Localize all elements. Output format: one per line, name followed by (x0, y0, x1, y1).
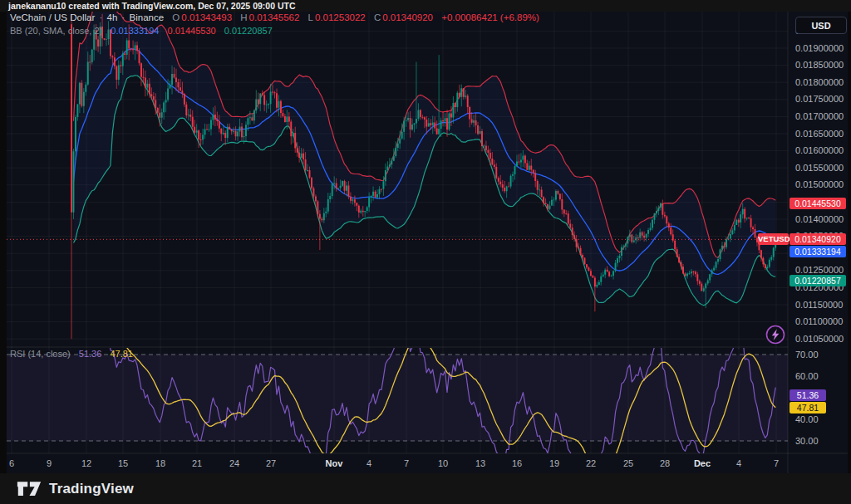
bb-basis-value: 0.01333194 (111, 26, 159, 36)
time-tick-label: 22 (586, 458, 596, 468)
interval-label[interactable]: 4h (107, 12, 118, 22)
rsi-tick-label: 70.00 (795, 350, 819, 360)
open-label: O (172, 12, 180, 22)
rsi-ma-value-badge: 47.81 (790, 402, 826, 413)
time-tick-label: Nov (326, 458, 344, 468)
attribution-bar: janekananu10 created with TradingView.co… (0, 0, 851, 12)
price-tick-label: 0.01050000 (795, 334, 844, 344)
time-tick-label: 15 (118, 458, 128, 468)
price-tick-label: 0.01600000 (795, 145, 844, 155)
price-tick-label: 0.01500000 (795, 179, 844, 189)
symbol-legend[interactable]: VeChain / US Dollar · 4h · Binance O0.01… (10, 12, 541, 22)
currency-toggle-button[interactable]: USD (795, 17, 847, 34)
change-value: +0.00086421 (+6.89%) (441, 12, 539, 22)
price-tick-label: 0.01150000 (795, 300, 843, 310)
attribution-text: janekananu10 created with TradingView.co… (8, 1, 295, 11)
legend-separator: · (122, 12, 125, 22)
time-tick-label: 24 (229, 458, 239, 468)
symbol-ticker-badge: VETUSD (758, 233, 789, 245)
price-tick-label: 0.01800000 (795, 77, 844, 87)
bb-indicator-legend[interactable]: BB (20, SMA, close, 2) 0.01333194 0.0144… (10, 26, 274, 36)
rsi-value: 51.36 (79, 349, 102, 359)
symbol-title[interactable]: VeChain / US Dollar (10, 12, 95, 22)
bb-lower-price-badge: 0.01220857 (790, 275, 846, 286)
time-tick-label: 13 (475, 458, 485, 468)
tradingview-wordmark[interactable]: TradingView (49, 481, 134, 497)
bb-basis-price-badge: 0.01333194 (790, 246, 846, 257)
time-tick-label: 27 (266, 458, 276, 468)
bb-fill (74, 12, 776, 306)
time-tick-label: 28 (660, 458, 670, 468)
low-label: L (308, 12, 313, 22)
price-tick-label: 0.01750000 (795, 94, 844, 104)
time-tick-label: 10 (438, 458, 448, 468)
time-tick-label: 16 (512, 458, 522, 468)
price-tick-label: 0.01100000 (795, 316, 843, 326)
rsi-indicator-legend[interactable]: RSI (14, close) 51.36 47.81 (10, 349, 135, 359)
lightning-button[interactable] (767, 326, 785, 344)
rsi-ma-value: 47.81 (110, 349, 133, 359)
price-tick-label: 0.01650000 (795, 129, 844, 139)
legend-separator: · (99, 12, 102, 22)
price-tick-label: 0.01700000 (795, 111, 844, 121)
time-tick-label: 7 (404, 458, 409, 468)
high-label: H (240, 12, 247, 22)
time-axis[interactable]: 69121518212427Nov4710131619222528Dec47 (9, 458, 779, 468)
close-value: 0.01340920 (382, 12, 433, 22)
time-tick-label: 4 (366, 458, 371, 468)
rsi-tick-label: 60.00 (795, 371, 819, 381)
tradingview-logo-icon[interactable] (17, 481, 42, 497)
high-value: 0.01345562 (249, 12, 300, 22)
price-tick-label: 0.01850000 (795, 60, 844, 70)
rsi-pane (7, 323, 788, 473)
time-tick-label: 25 (623, 458, 633, 468)
bb-title[interactable]: BB (20, SMA, close, 2) (10, 26, 102, 36)
footer-bar: TradingView (0, 473, 851, 504)
time-tick-label: 18 (155, 458, 165, 468)
time-tick-label: 6 (9, 458, 14, 468)
time-tick-label: 12 (81, 458, 91, 468)
time-tick-label: 21 (192, 458, 202, 468)
rsi-value-badge: 51.36 (790, 389, 826, 401)
chart-frame: 0.019500000.019000000.018500000.01800000… (7, 12, 848, 473)
rsi-tick-label: 30.00 (795, 436, 819, 446)
chart-canvas[interactable]: 0.019500000.019000000.018500000.01800000… (7, 12, 848, 473)
bb-upper-price-badge: 0.01445530 (790, 198, 846, 209)
rsi-title[interactable]: RSI (14, close) (10, 349, 71, 359)
rsi-tick-label: 40.00 (795, 414, 819, 424)
close-label: C (374, 12, 381, 22)
exchange-label: Binance (130, 12, 165, 22)
main-pane (7, 12, 788, 339)
price-tick-label: 0.01400000 (795, 214, 844, 224)
bb-lower-value: 0.01220857 (224, 26, 273, 36)
time-tick-label: 19 (549, 458, 559, 468)
time-tick-label: Dec (694, 458, 711, 468)
open-value: 0.01343493 (181, 12, 232, 22)
time-tick-label: 9 (47, 458, 52, 468)
low-value: 0.01253022 (315, 12, 366, 22)
price-tick-label: 0.01550000 (795, 163, 844, 173)
price-tick-label: 0.01900000 (795, 43, 844, 53)
bb-upper-value: 0.01445530 (168, 26, 216, 36)
price-tick-label: 0.01250000 (795, 265, 844, 275)
last-price-badge: 0.01340920 (790, 233, 846, 245)
time-tick-label: 7 (774, 458, 779, 468)
tradingview-widget: { "attribution": "janekananu10 created w… (0, 0, 851, 504)
time-tick-label: 4 (736, 458, 741, 468)
